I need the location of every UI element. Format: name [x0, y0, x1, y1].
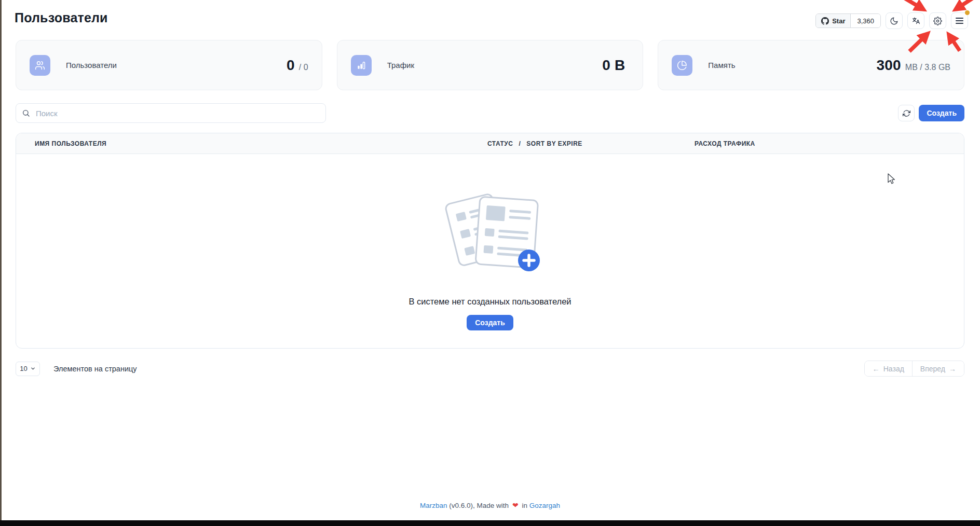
topbar: Пользователи Star 3,360: [16, 0, 964, 29]
toolbar: Создать: [16, 103, 964, 123]
github-star-count[interactable]: 3,360: [851, 14, 880, 27]
bar-chart-icon: [351, 55, 372, 76]
card-value: 0 / 0: [287, 57, 308, 74]
prev-page-button[interactable]: ← Назад: [865, 361, 912, 376]
notification-dot: [965, 10, 970, 15]
per-page-select[interactable]: 10: [16, 362, 40, 376]
github-icon: [821, 17, 829, 25]
empty-state-message: В системе нет созданных пользователей: [409, 297, 571, 307]
column-divider: /: [519, 140, 521, 147]
window-edge-strip: [0, 0, 2, 520]
card-value: 300 MB / 3.8 GB: [877, 57, 950, 74]
github-star-segment[interactable]: Star: [816, 14, 851, 27]
taskbar-strip: [0, 520, 980, 526]
marzban-link[interactable]: Marzban: [420, 502, 447, 509]
users-icon: [30, 55, 50, 76]
dark-mode-button[interactable]: [886, 12, 903, 29]
users-page: Пользователи Star 3,360: [0, 0, 980, 526]
column-username[interactable]: ИМЯ ПОЛЬЗОВАТЕЛЯ: [35, 133, 106, 154]
language-button[interactable]: [907, 12, 924, 29]
search-input[interactable]: [16, 103, 326, 123]
hamburger-icon: [956, 18, 963, 24]
add-plus-icon: [518, 250, 540, 271]
pager-group: ← Назад Вперед →: [864, 361, 964, 377]
table-body-empty: В системе нет созданных пользователей Со…: [16, 154, 964, 349]
menu-button[interactable]: [951, 12, 968, 29]
users-table: ИМЯ ПОЛЬЗОВАТЕЛЯ СТАТУС / SORT BY EXPIRE…: [16, 133, 964, 349]
stat-cards: Пользователи 0 / 0 Трафик 0 B Память 300: [16, 40, 964, 90]
create-user-button[interactable]: Создать: [919, 105, 964, 121]
search-box: [16, 103, 326, 123]
settings-button[interactable]: [929, 12, 946, 29]
per-page-label: Элементов на страницу: [53, 365, 137, 373]
search-icon: [22, 109, 30, 117]
empty-state-illustration: [430, 183, 550, 284]
card-users: Пользователи 0 / 0: [16, 40, 322, 90]
left-arrow-icon: ←: [873, 365, 880, 373]
footer-version-text: (v0.6.0), Made with: [449, 502, 509, 509]
pagination: 10 Элементов на страницу ← Назад Вперед …: [16, 361, 964, 377]
per-page-value: 10: [20, 365, 27, 372]
next-page-button[interactable]: Вперед →: [912, 361, 964, 376]
footer: Marzban (v0.6.0), Made with ❤ in Gozarga…: [0, 501, 980, 509]
gozargah-link[interactable]: Gozargah: [529, 502, 560, 509]
chevron-down-icon: [30, 366, 36, 371]
moon-icon: [890, 17, 899, 25]
column-status-expire[interactable]: СТАТУС / SORT BY EXPIRE: [487, 133, 582, 154]
heart-icon: ❤: [512, 501, 519, 509]
card-label: Пользователи: [66, 61, 117, 70]
github-star-label: Star: [832, 17, 845, 25]
page-title: Пользователи: [15, 10, 108, 25]
refresh-icon: [903, 109, 910, 117]
right-arrow-icon: →: [949, 365, 956, 373]
github-star-button[interactable]: Star 3,360: [815, 13, 881, 28]
card-value: 0 B: [602, 57, 629, 74]
card-label: Трафик: [387, 61, 414, 70]
column-traffic[interactable]: РАСХОД ТРАФИКА: [695, 133, 755, 154]
card-traffic: Трафик 0 B: [337, 40, 644, 90]
topbar-actions: Star 3,360: [815, 12, 968, 29]
pie-chart-icon: [672, 55, 692, 76]
refresh-button[interactable]: [898, 105, 915, 121]
card-memory: Память 300 MB / 3.8 GB: [658, 40, 964, 90]
footer-in-text: in: [522, 502, 527, 509]
card-label: Память: [708, 61, 735, 70]
table-header: ИМЯ ПОЛЬЗОВАТЕЛЯ СТАТУС / SORT BY EXPIRE…: [16, 133, 964, 154]
translate-icon: [911, 16, 921, 25]
gear-icon: [933, 17, 942, 25]
empty-create-button[interactable]: Создать: [467, 315, 513, 330]
